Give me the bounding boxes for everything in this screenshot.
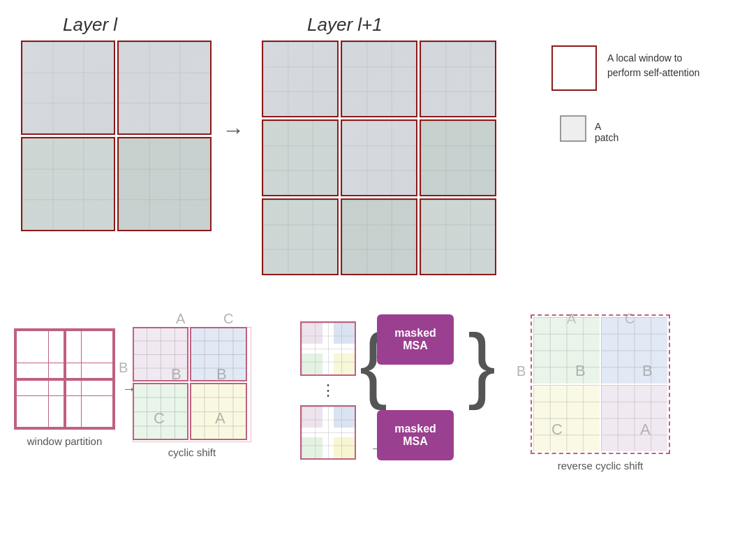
cs-letter-a: A (215, 409, 225, 428)
legend: A local window to perform self-attention… (551, 45, 597, 91)
l1-cell-6 (420, 119, 496, 196)
patch-dots: ⋮ (300, 381, 356, 400)
rcs-letter-b-right: B (642, 362, 653, 380)
cs-letter-b-left: B (171, 365, 181, 384)
cs-label-a-top: A (176, 311, 185, 327)
rcs-q-bl (533, 385, 600, 451)
rcs-wrapper: A C B B B C A reverse cyclic shift (531, 314, 670, 472)
l1-cell-3 (420, 41, 496, 117)
patch-bottom-box (300, 405, 356, 460)
layer-l-label: Layer l (63, 14, 117, 36)
patch-bottom (300, 405, 356, 460)
l1-cell-4 (262, 119, 339, 196)
cs-grid: B B C A (133, 327, 251, 442)
cs-label-b-left: B (119, 360, 128, 376)
msa-box-top: masked MSA (377, 314, 454, 365)
cs-label: cyclic shift (133, 446, 251, 458)
rcs-label: reverse cyclic shift (531, 460, 670, 472)
rcs-label-b-left: B (517, 363, 526, 379)
grid-cell-br (117, 137, 212, 231)
rcs-grid: B B C A (531, 314, 670, 454)
wp-border-tl (15, 330, 65, 379)
layer-arrow: → (222, 117, 244, 143)
wp-border-tr (65, 330, 114, 379)
layer-l-grid (21, 41, 212, 231)
l1-cell-9 (420, 198, 496, 275)
l1-cell-1 (262, 41, 339, 117)
patch-top (300, 321, 356, 376)
patch-top-box (300, 321, 356, 376)
grid-cell-tr (117, 41, 212, 135)
rcs-q-tr (601, 317, 667, 384)
rcs-q-br (601, 385, 667, 451)
l1-cell-7 (262, 198, 339, 275)
rcs-q-tl (533, 317, 600, 384)
window-patches-wrapper: ⋮ (300, 321, 356, 460)
wp-border-br (65, 379, 114, 429)
wp-border-bl (15, 379, 65, 429)
layer-l1-label: Layer l+1 (307, 14, 383, 36)
cs-label-c-top: C (223, 311, 233, 327)
window-partition-wrapper: window partition (14, 328, 115, 447)
l1-cell-2 (341, 41, 417, 117)
rcs-letter-c: C (551, 421, 563, 439)
msa-wrapper: masked MSA masked MSA (377, 314, 454, 506)
msa-box-bottom: masked MSA (377, 410, 454, 460)
bottom-diagram: window partition → A C B B B C A cycl (0, 300, 756, 552)
wp-grid (14, 328, 115, 430)
grid-cell-bl (21, 137, 115, 231)
wp-label: window partition (14, 435, 115, 447)
cs-letter-b-right: B (216, 365, 227, 384)
grid-cell-tl (21, 41, 115, 135)
legend-patch-label: A patch (595, 121, 618, 143)
l1-cell-5 (341, 119, 417, 196)
layer-l1-grid (262, 41, 496, 275)
legend-patch-box (560, 115, 586, 142)
legend-window-box (551, 45, 597, 91)
legend-window-label: A local window to perform self-attention (607, 51, 733, 80)
cyclic-shift-wrapper: A C B B B C A cyclic shift (133, 314, 251, 458)
cs-letter-c: C (154, 409, 165, 428)
l1-cell-8 (341, 198, 417, 275)
rcs-letter-a: A (640, 421, 651, 439)
rcs-letter-b-left: B (575, 362, 586, 380)
brace-close: } (468, 321, 496, 405)
